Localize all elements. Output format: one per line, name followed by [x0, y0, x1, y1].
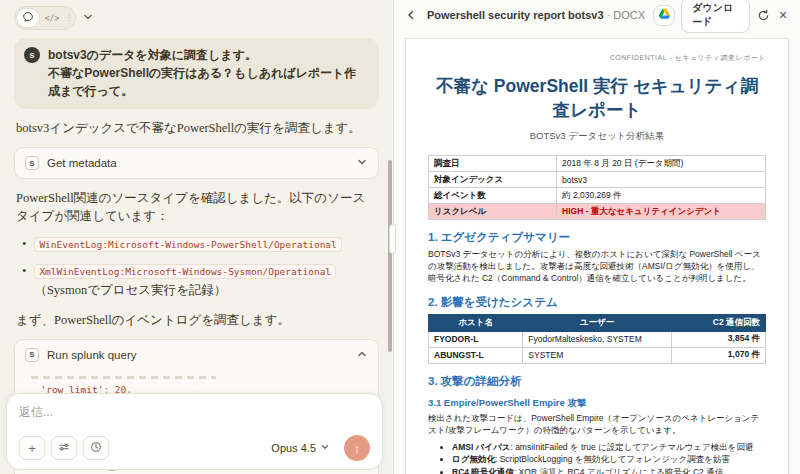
splunk-tool-icon: S	[25, 348, 39, 362]
table-row: 調査日2018 年 8 月 20 日 (データ期間)	[429, 156, 766, 172]
chat-artifact-toggle: </> ⋮	[14, 6, 76, 30]
document-page: CONFIDENTIAL - セキュリティ調査レポート 不審な PowerShe…	[405, 38, 789, 474]
document-type-suffix: · DOCX	[604, 9, 646, 21]
panel-resize-handle[interactable]	[389, 224, 396, 254]
chevron-up-icon[interactable]	[356, 346, 368, 364]
risk-level-row: リスクレベルHIGH - 重大なセキュリティインシデント	[429, 204, 766, 220]
sourcetype-code-chip: XmlWinEventLog:Microsoft-Windows-Sysmon/…	[34, 264, 336, 279]
tools-button[interactable]	[51, 436, 77, 460]
affected-systems-table: ホスト名 ユーザー C2 通信回数 FYODOR-L FyodorMaltesk…	[428, 314, 766, 364]
view-toggle-row: </> ⋮	[14, 6, 379, 30]
app-window: </> ⋮ s botsv3のデータを対象に調査します。 不審なPowerShe…	[0, 0, 800, 474]
reply-composer: 返信... + Opus 4.5	[6, 393, 383, 470]
google-drive-icon	[658, 6, 671, 24]
back-chevron-icon[interactable]	[404, 6, 419, 24]
chevron-down-icon	[320, 442, 330, 454]
list-item: ログ無効化: ScriptBlockLogging を無効化してフォレンジック調…	[452, 453, 766, 466]
get-metadata-label: Get metadata	[47, 157, 348, 169]
report-subtitle: BOTSv3 データセット分析結果	[428, 130, 766, 143]
table-row: 総イベント数約 2,030,269 件	[429, 188, 766, 204]
list-item: AMSI バイパス: amsiInitFailed を true に設定してアン…	[452, 441, 766, 454]
table-row: ABUNGST-L SYSTEM 1,070 件	[429, 347, 766, 363]
events-text: まず、PowerShellのイベントログを調査します。	[16, 311, 377, 329]
table-row: FYODOR-L FyodorMalteskesko, SYSTEM 3,854…	[429, 331, 766, 347]
document-preview-panel: Powershell security report botsv3 · DOCX…	[393, 0, 800, 474]
document-title: Powershell security report botsv3 · DOCX	[427, 9, 645, 21]
run-splunk-query-label: Run splunk query	[47, 349, 348, 361]
chat-bubble-icon	[22, 9, 34, 27]
code-view-button[interactable]: </>	[41, 9, 63, 27]
reply-input[interactable]: 返信...	[19, 404, 370, 421]
close-icon[interactable]: ×	[776, 6, 790, 24]
preview-header: Powershell security report botsv3 · DOCX…	[394, 0, 800, 30]
send-button[interactable]: ↑	[344, 435, 370, 461]
document-viewport[interactable]: CONFIDENTIAL - セキュリティ調査レポート 不審な PowerShe…	[394, 30, 800, 474]
confidential-watermark: CONFIDENTIAL - セキュリティ調査レポート	[428, 53, 766, 63]
chat-panel: </> ⋮ s botsv3のデータを対象に調査します。 不審なPowerShe…	[0, 0, 393, 474]
attack-techniques-list: AMSI バイパス: amsiInitFailed を true に設定してアン…	[452, 441, 766, 474]
section-2-heading: 2. 影響を受けたシステム	[428, 295, 766, 310]
arrow-up-icon: ↑	[354, 441, 361, 456]
chevron-down-icon[interactable]	[356, 154, 368, 172]
table-header-row: ホスト名 ユーザー C2 通信回数	[429, 314, 766, 331]
download-button[interactable]: ダウンロード	[681, 0, 750, 33]
sourcetype-bullet-list: • WinEventLog:Microsoft-Windows-PowerShe…	[22, 235, 377, 300]
splunk-tool-icon: S	[25, 156, 39, 170]
sourcetype-text: PowerShell関連のソースタイプを確認しました。以下のソースタイプが関連し…	[16, 189, 377, 225]
section-1-body: BOTSv3 データセットの分析により、複数のホストにおいて深刻な PowerS…	[428, 249, 766, 285]
assistant-intro-text: botsv3インデックスで不審なPowerShellの実行を調査します。	[16, 119, 377, 137]
clock-icon	[90, 439, 102, 457]
section-3-1-body: 検出された攻撃コードは、PowerShell Empire（オープンソースのペネ…	[428, 413, 766, 437]
dots-divider-icon: ⋮	[65, 14, 73, 22]
sliders-icon	[58, 439, 70, 457]
code-icon: </>	[45, 14, 59, 23]
risk-level-value: HIGH - 重大なセキュリティインシデント	[557, 204, 766, 220]
refresh-icon[interactable]	[756, 6, 770, 24]
chat-scrollbar-thumb[interactable]	[388, 160, 392, 352]
model-selector[interactable]: Opus 4.5	[271, 442, 330, 454]
google-drive-button[interactable]	[653, 5, 675, 26]
report-title: 不審な PowerShell 実行 セキュリティ調査レポート	[434, 75, 760, 122]
list-item: • WinEventLog:Microsoft-Windows-PowerShe…	[22, 235, 377, 254]
model-name: Opus 4.5	[271, 442, 316, 454]
summary-info-table: 調査日2018 年 8 月 20 日 (データ期間) 対象インデックスbotsv…	[428, 155, 766, 220]
clipped-code-line	[31, 376, 216, 379]
run-splunk-query-header[interactable]: S Run splunk query	[15, 340, 378, 370]
list-item: • XmlWinEventLog:Microsoft-Windows-Sysmo…	[22, 262, 377, 301]
section-3-heading: 3. 攻撃の詳細分析	[428, 374, 766, 389]
get-metadata-header[interactable]: S Get metadata	[15, 148, 378, 178]
section-1-heading: 1. エグゼクティブサマリー	[428, 230, 766, 245]
table-row: 対象インデックスbotsv3	[429, 172, 766, 188]
user-avatar: s	[24, 47, 40, 63]
chat-view-button[interactable]	[17, 9, 39, 27]
plus-icon: +	[28, 442, 36, 455]
list-item: RC4 暗号化通信: XOR 演算と RC4 アルゴリズムによる暗号化 C2 通…	[452, 466, 766, 474]
get-metadata-card: S Get metadata	[14, 147, 379, 179]
user-message-text: botsv3のデータを対象に調査します。 不審なPowerShellの実行はある…	[48, 46, 367, 100]
toggle-chevron-down-icon[interactable]	[82, 9, 94, 27]
attach-button[interactable]: +	[19, 436, 45, 460]
section-3-1-heading: 3.1 Empire/PowerShell Empire 攻撃	[428, 397, 766, 410]
sourcetype-code-chip: WinEventLog:Microsoft-Windows-PowerShell…	[34, 237, 341, 252]
user-message-bubble: s botsv3のデータを対象に調査します。 不審なPowerShellの実行は…	[14, 38, 379, 109]
history-button[interactable]	[83, 436, 109, 460]
